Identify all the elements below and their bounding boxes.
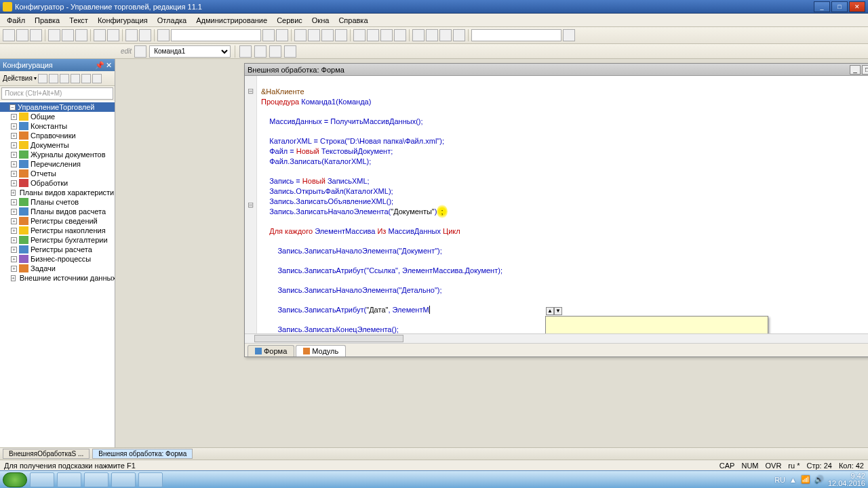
tree-node[interactable]: +Общие — [0, 112, 115, 121]
tray-lang[interactable]: RU — [774, 476, 785, 484]
form-icon[interactable] — [134, 45, 146, 58]
tree-node[interactable]: +Планы видов характеристик — [0, 188, 115, 197]
sidebar-search-input[interactable]: Поиск (Ctrl+Alt+M) — [1, 87, 113, 100]
editor-minimize-button[interactable]: _ — [850, 65, 861, 75]
sidebar-actions-label[interactable]: Действия — [3, 75, 33, 82]
tree-root[interactable]: − УправлениеТорговлей — [0, 102, 115, 112]
step-over-icon[interactable] — [353, 29, 366, 41]
proc-icon2[interactable] — [254, 45, 267, 58]
expand-icon[interactable]: + — [11, 228, 17, 234]
sidebar-close-icon[interactable]: ✕ — [106, 61, 112, 70]
expand-icon[interactable]: + — [11, 133, 17, 139]
system-tray[interactable]: RU ▲ 📶 🔊 9:42 12.04.2016 — [774, 472, 865, 487]
forward-icon[interactable] — [139, 29, 151, 41]
expand-icon[interactable]: + — [11, 256, 17, 262]
expand-icon[interactable]: + — [11, 142, 17, 148]
expand-icon[interactable]: + — [11, 199, 17, 205]
menu-help[interactable]: Справка — [334, 15, 372, 26]
search-icon[interactable] — [157, 29, 170, 41]
taskbar-1c-icon[interactable] — [138, 472, 163, 487]
editor-titlebar[interactable]: Внешняя обработка: Форма _ □ ✕ — [245, 64, 868, 76]
fold-icon[interactable]: ⊟ — [245, 87, 256, 96]
tree-node[interactable]: +Отчеты — [0, 169, 115, 178]
tree-node[interactable]: +Планы счетов — [0, 197, 115, 207]
tree-node[interactable]: +Внешние источники данных — [0, 273, 115, 283]
step-into-icon[interactable] — [367, 29, 379, 41]
expand-icon[interactable]: + — [11, 171, 17, 177]
taskbar-app1-icon[interactable] — [111, 472, 136, 487]
window-minimize-button[interactable]: _ — [814, 1, 830, 12]
back-icon[interactable] — [125, 29, 138, 41]
tree-node[interactable]: +Регистры накопления — [0, 226, 115, 235]
window-maximize-button[interactable]: □ — [831, 1, 848, 12]
expand-icon[interactable]: + — [11, 180, 17, 186]
taskbar-skype-icon[interactable] — [84, 472, 108, 487]
new-icon[interactable] — [3, 29, 15, 41]
tree-node[interactable]: +Планы видов расчета — [0, 207, 115, 216]
expand-icon[interactable]: + — [11, 161, 17, 167]
start-button[interactable] — [3, 472, 27, 487]
tray-flag-icon[interactable]: ▲ — [789, 476, 797, 484]
expand-icon[interactable]: + — [11, 275, 16, 281]
tray-network-icon[interactable]: 📶 — [801, 475, 810, 484]
fold-icon[interactable]: ⊟ — [245, 201, 256, 210]
tool-icon[interactable] — [412, 29, 425, 41]
find-next-icon[interactable] — [262, 29, 275, 41]
tree-node[interactable]: +Регистры сведений — [0, 216, 115, 226]
tool3-icon[interactable] — [439, 29, 452, 41]
tree-node[interactable]: +Регистры расчета — [0, 245, 115, 254]
tree-node[interactable]: +Справочники — [0, 131, 115, 140]
open-icon[interactable] — [16, 29, 28, 41]
tooltip-nav[interactable]: ▲▼ — [546, 307, 562, 315]
tree-node[interactable]: +Бизнес-процессы — [0, 254, 115, 264]
horizontal-scrollbar[interactable] — [245, 333, 868, 343]
tree-node[interactable]: +Перечисления — [0, 159, 115, 169]
expand-icon[interactable]: + — [11, 209, 17, 215]
config-tree[interactable]: − УправлениеТорговлей +Общие+Константы+С… — [0, 101, 115, 447]
paste-icon[interactable] — [75, 29, 87, 41]
sidebar-down-icon[interactable] — [81, 74, 91, 83]
expand-icon[interactable]: + — [11, 190, 16, 196]
editor-maximize-button[interactable]: □ — [862, 65, 868, 75]
menu-service[interactable]: Сервис — [273, 15, 307, 26]
save-icon[interactable] — [30, 29, 42, 41]
run-icon[interactable] — [308, 29, 320, 41]
tree-node[interactable]: +Обработки — [0, 178, 115, 188]
tree-node[interactable]: +Журналы документов — [0, 150, 115, 159]
copy-icon[interactable] — [62, 29, 74, 41]
menu-administration[interactable]: Администрирование — [192, 15, 271, 26]
sidebar-sort-icon[interactable] — [92, 74, 102, 83]
cut-icon[interactable] — [48, 29, 60, 41]
expand-icon[interactable]: + — [11, 152, 17, 158]
expand-icon[interactable]: + — [11, 237, 17, 243]
expand-icon[interactable]: + — [11, 247, 17, 253]
proc-icon1[interactable] — [239, 45, 252, 58]
taskbar-explorer-icon[interactable] — [30, 472, 54, 487]
debug-icon[interactable] — [321, 29, 334, 41]
tree-node[interactable]: +Константы — [0, 121, 115, 131]
breakpoint-icon[interactable] — [394, 29, 406, 41]
sidebar-add-icon[interactable] — [38, 74, 47, 83]
stop-icon[interactable] — [335, 29, 347, 41]
find-prev-icon[interactable] — [276, 29, 288, 41]
tree-node[interactable]: +Документы — [0, 140, 115, 150]
proc-icon4[interactable] — [284, 45, 296, 58]
sidebar-delete-icon[interactable] — [60, 74, 69, 83]
doc-tab-1[interactable]: ВнешняяОбработкаS ... — [3, 449, 90, 459]
menu-edit[interactable]: Правка — [31, 15, 64, 26]
menu-debug[interactable]: Отладка — [153, 15, 191, 26]
collapse-icon[interactable]: − — [9, 104, 16, 110]
menu-text[interactable]: Текст — [65, 15, 92, 26]
search-combo[interactable] — [171, 29, 261, 41]
context-combo[interactable] — [471, 29, 561, 41]
redo-icon[interactable] — [107, 29, 119, 41]
expand-icon[interactable]: + — [11, 266, 17, 272]
tray-clock[interactable]: 9:42 12.04.2016 — [828, 472, 865, 487]
tab-form[interactable]: Форма — [248, 345, 294, 357]
proc-icon3[interactable] — [269, 45, 281, 58]
procedure-combo[interactable]: Команда1 — [149, 45, 231, 58]
undo-icon[interactable] — [94, 29, 106, 41]
step-out-icon[interactable] — [380, 29, 393, 41]
sidebar-pin-icon[interactable]: 📌 — [95, 61, 104, 70]
taskbar-chrome-icon[interactable] — [57, 472, 81, 487]
